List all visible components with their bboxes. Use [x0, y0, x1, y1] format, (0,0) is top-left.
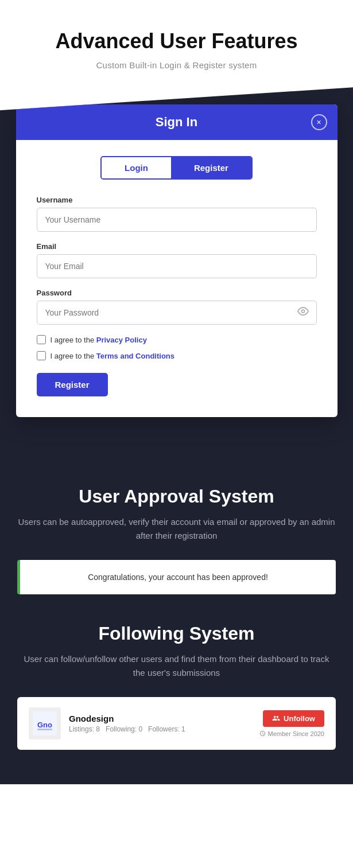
terms-label: I agree to the Terms and Conditions	[51, 352, 175, 360]
tab-register[interactable]: Register	[171, 157, 251, 178]
modal-close-button[interactable]: ×	[311, 114, 327, 130]
password-label: Password	[37, 289, 317, 297]
username-group: Username	[37, 196, 317, 232]
hero-title: Advanced User Features	[17, 29, 336, 53]
tab-group: Login Register	[100, 156, 253, 180]
unfollow-label: Unfollow	[284, 714, 315, 723]
close-icon: ×	[316, 118, 321, 127]
terms-text: I agree to the	[51, 352, 96, 360]
bottom-spacer	[0, 750, 353, 784]
svg-text:Gno: Gno	[37, 721, 52, 729]
username-input[interactable]	[37, 208, 317, 232]
tab-login[interactable]: Login	[102, 157, 171, 178]
privacy-text: I agree to the	[51, 336, 96, 344]
svg-point-0	[301, 310, 304, 313]
modal-body: Login Register Username Email Password	[16, 140, 338, 417]
password-input[interactable]	[37, 301, 317, 325]
following-title: Following System	[17, 623, 336, 644]
unfollow-button[interactable]: Unfollow	[263, 710, 324, 727]
member-since-text: Member Since 2020	[268, 730, 324, 737]
modal-title: Sign In	[156, 115, 197, 130]
user-card: Gno Gnodesign Listings: 8 Following: 0 F…	[17, 697, 336, 750]
terms-link[interactable]: Terms and Conditions	[96, 352, 174, 360]
user-avatar: Gno	[29, 707, 61, 739]
approval-description: Users can be autoapproved, verify their …	[17, 515, 336, 543]
member-since: Member Since 2020	[259, 730, 324, 737]
modal-header: Sign In ×	[16, 104, 338, 140]
hero-section: Advanced User Features Custom Built-in L…	[0, 0, 353, 70]
user-following: Following: 0	[106, 725, 142, 733]
email-input[interactable]	[37, 254, 317, 278]
approval-notification-text: Congratulations, your account has been a…	[88, 573, 268, 582]
following-section: Following System User can follow/unfollo…	[0, 594, 353, 750]
unfollow-icon	[272, 714, 280, 722]
username-label: Username	[37, 196, 317, 204]
svg-rect-3	[37, 729, 52, 730]
user-name: Gnodesign	[69, 714, 251, 723]
password-input-wrapper	[37, 301, 317, 325]
user-stats: Listings: 8 Following: 0 Followers: 1	[69, 725, 251, 733]
privacy-policy-link[interactable]: Privacy Policy	[96, 336, 147, 344]
email-label: Email	[37, 242, 317, 251]
terms-group: I agree to the Terms and Conditions	[37, 351, 317, 360]
user-followers: Followers: 1	[148, 725, 185, 733]
approval-title: User Approval System	[17, 486, 336, 507]
privacy-checkbox[interactable]	[37, 335, 46, 344]
privacy-policy-group: I agree to the Privacy Policy	[37, 335, 317, 344]
user-info: Gnodesign Listings: 8 Following: 0 Follo…	[69, 714, 251, 733]
email-group: Email	[37, 242, 317, 278]
user-listings: Listings: 8	[69, 725, 100, 733]
user-actions: Unfollow Member Since 2020	[259, 710, 324, 737]
hero-subtitle: Custom Built-in Login & Register system	[17, 60, 336, 70]
clock-icon	[259, 730, 266, 737]
privacy-label: I agree to the Privacy Policy	[51, 336, 147, 344]
password-group: Password	[37, 289, 317, 325]
approval-section: User Approval System Users can be autoap…	[0, 451, 353, 594]
following-description: User can follow/unfollow other users and…	[17, 652, 336, 680]
terms-checkbox[interactable]	[37, 351, 46, 360]
modal-background: Sign In × Login Register Username Email	[0, 87, 353, 451]
user-avatar-image: Gno	[33, 711, 57, 735]
approval-notification: Congratulations, your account has been a…	[17, 560, 336, 594]
password-toggle-icon[interactable]	[297, 306, 309, 320]
sign-in-modal: Sign In × Login Register Username Email	[16, 104, 338, 417]
register-button[interactable]: Register	[37, 373, 108, 396]
